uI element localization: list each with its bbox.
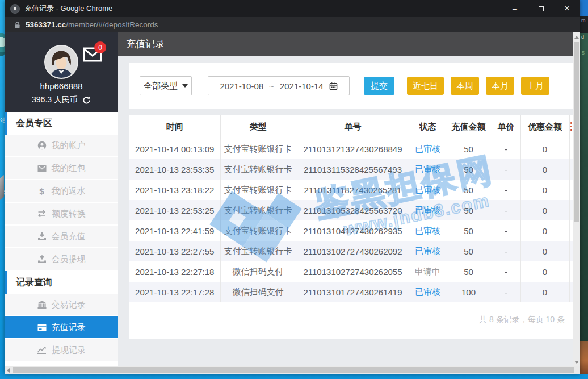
user-avatar[interactable] (44, 45, 78, 79)
background-window-orange (580, 341, 588, 374)
cell-status: 已审核 (410, 159, 446, 180)
background-window-dark: m (580, 16, 588, 33)
cell-status: 已审核 (410, 139, 446, 159)
cell-price: - (492, 261, 520, 282)
title-bar: 充值记录 - Google Chrome – × (5, 0, 580, 17)
scroll-left-icon[interactable] (7, 368, 10, 373)
table-row: 2021-10-13 23:53:35支付宝转账银行卡2110131153284… (129, 159, 573, 180)
quick-filter-button-1[interactable]: 本周 (451, 77, 479, 95)
horizontal-scrollbar[interactable] (5, 366, 580, 374)
sidebar-item-label: 我的帐户 (52, 140, 86, 151)
cell-amount: 50 (446, 261, 492, 282)
sidebar-item-label: 额度转换 (52, 209, 86, 219)
sidebar-item-label: 我的返水 (52, 186, 86, 197)
quick-filter-button-0[interactable]: 近七日 (407, 77, 444, 95)
horizontal-scrollbar-thumb[interactable] (13, 367, 574, 373)
cell-amount: 50 (446, 180, 492, 200)
cell-discount: 0 (520, 282, 569, 302)
cell-order: 211013105328425563720 (296, 200, 410, 220)
address-bar[interactable]: 5363371.cc/member/#/depositRecords (5, 17, 580, 32)
dollar-icon: $ (37, 186, 47, 196)
cell-amount: 50 (446, 139, 492, 159)
chevron-down-icon (182, 84, 188, 88)
sidebar-item-label: 充值记录 (52, 322, 86, 333)
site-favicon-icon (10, 4, 20, 14)
table-row: 2021-10-13 22:17:28微信扫码支付211013101727430… (129, 282, 573, 302)
column-header: 时间 (129, 115, 220, 139)
background-window-blue (580, 0, 588, 16)
sidebar-item-withdraw[interactable]: 会员提现 (5, 248, 118, 271)
refresh-icon[interactable] (82, 96, 91, 105)
background-text-fragment: d (581, 34, 584, 40)
close-button[interactable]: × (554, 0, 580, 17)
filter-bar: 全部类型 2021-10-08 ~ 2021-10-14 提交 近七日本周本月上… (129, 63, 573, 109)
cell-price: - (492, 159, 520, 180)
cell-status: 已审核 (410, 200, 446, 220)
sidebar-item-envelope[interactable]: 我的红包 (5, 157, 118, 180)
cell-price: - (492, 200, 520, 220)
cell-amount: 50 (446, 241, 492, 261)
maximize-button[interactable] (528, 0, 554, 17)
minimize-icon: – (513, 4, 517, 13)
cell-type: 支付宝转账银行卡 (220, 159, 296, 180)
sidebar-item-user[interactable]: 我的帐户 (5, 135, 118, 157)
cell-amount: 50 (446, 159, 492, 180)
quick-filter-button-2[interactable]: 本月 (486, 77, 514, 95)
cell-time: 2021-10-13 22:53:25 (129, 200, 220, 220)
clipped-next-column-cell (569, 241, 573, 261)
scroll-up-icon[interactable] (574, 36, 579, 39)
page-title: 充值记录 (118, 32, 573, 56)
quick-filter-button-3[interactable]: 上月 (521, 77, 549, 95)
cell-amount: 100 (446, 282, 492, 302)
card-icon (37, 324, 47, 331)
minimize-button[interactable]: – (502, 0, 528, 17)
clipped-next-column-cell (569, 159, 573, 180)
messages-button[interactable]: 0 (83, 47, 102, 64)
calendar-icon (329, 82, 338, 90)
cell-type: 支付宝转账银行卡 (220, 200, 296, 220)
maximize-icon (539, 6, 544, 11)
vertical-scrollbar-thumb[interactable] (574, 42, 579, 222)
sidebar-item-chart[interactable]: 提现记录 (5, 339, 118, 362)
column-header: 单号 (296, 115, 410, 139)
username: hhp666888 (5, 81, 118, 91)
cell-status: 已审核 (410, 180, 446, 200)
background-text-fragment: 5 (582, 50, 588, 56)
sidebar-item-bank[interactable]: 交易记录 (5, 294, 118, 316)
column-header: 状态 (410, 115, 446, 139)
cell-discount: 0 (520, 261, 569, 282)
sidebar-item-label: 提现记录 (52, 345, 86, 356)
sidebar-item-dollar[interactable]: $我的返水 (5, 180, 118, 203)
clipped-next-column (569, 115, 573, 139)
cell-order: 211013102727430262092 (296, 241, 410, 261)
background-window-edge: m d 5 (580, 0, 588, 379)
vertical-scrollbar[interactable] (573, 32, 580, 366)
user-panel: 0 hhp666888 396.3 人民币 (5, 32, 118, 112)
sidebar-item-card[interactable]: 充值记录 (5, 316, 118, 339)
date-range-input[interactable]: 2021-10-08 ~ 2021-10-14 (208, 76, 350, 95)
cell-type: 支付宝转账银行卡 (220, 139, 296, 159)
user-icon (37, 141, 47, 150)
sidebar-item-deposit[interactable]: 会员充值 (5, 226, 118, 248)
sidebar-item-exchange[interactable]: 额度转换 (5, 203, 118, 226)
type-select[interactable]: 全部类型 (140, 76, 192, 95)
sidebar-menu: 会员专区我的帐户我的红包$我的返水额度转换会员充值会员提现记录查询交易记录充值记… (5, 112, 118, 366)
cell-order: 211013104127430262935 (296, 220, 410, 241)
pagination-summary: 共 8 条记录，每页 10 条 (129, 302, 573, 331)
cell-amount: 50 (446, 200, 492, 220)
scroll-down-icon[interactable] (574, 361, 579, 364)
cell-price: - (492, 282, 520, 302)
desktop-icon-fragment (0, 175, 4, 202)
background-window-green: d 5 (580, 33, 588, 345)
window-title: 充值记录 - Google Chrome (24, 3, 112, 14)
background-text-fragment: m (581, 18, 586, 23)
table-row: 2021-10-14 00:13:09支付宝转账银行卡2110131213274… (129, 139, 573, 159)
table-row: 2021-10-13 22:27:55支付宝转账银行卡2110131027274… (129, 241, 573, 261)
date-from: 2021-10-08 (220, 81, 263, 91)
withdraw-icon (37, 255, 47, 264)
cell-status: 已审核 (410, 241, 446, 261)
table-row: 2021-10-13 23:18:22支付宝转账银行卡2110131118274… (129, 180, 573, 200)
clipped-next-column-cell (569, 261, 573, 282)
submit-button[interactable]: 提交 (364, 77, 394, 95)
cell-price: - (492, 180, 520, 200)
